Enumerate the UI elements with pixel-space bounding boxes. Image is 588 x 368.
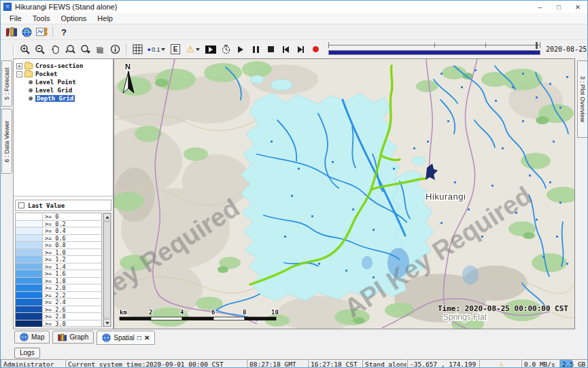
layers-icon[interactable] [92,43,107,56]
legend-swatch [16,284,43,291]
threshold-dot-icon: ● [148,46,151,53]
zoom-previous-icon[interactable] [63,43,77,56]
status-local-time: 16:27:18 CST [308,359,362,368]
tab-spatial[interactable]: Spatial □ ✕ [97,331,155,345]
legend-swatch [16,227,43,234]
collapse-icon[interactable]: - [16,71,22,77]
time-slider[interactable] [328,42,540,57]
menu-help[interactable]: Help [92,14,118,23]
tree-item-level-point[interactable]: Level Point [14,78,113,86]
close-button[interactable]: ✕ [568,1,587,13]
legend-row[interactable]: >= 1.4 [16,263,101,271]
warning-dropdown[interactable]: ⚠ [183,43,203,56]
legend-row[interactable]: >= 0 [16,213,101,221]
globe-icon [20,333,29,342]
skip-start-button[interactable] [278,43,293,56]
scroll-down-icon[interactable] [103,319,111,327]
legend-row[interactable]: >= 2.2 [16,292,101,299]
zoom-in-icon[interactable] [18,43,33,56]
menu-tools[interactable]: Tools [28,14,55,23]
status-warning[interactable]: ⚠ [479,359,521,368]
record-button[interactable] [308,43,323,56]
title-bar[interactable]: ≈ Hikurangi FEWS (Stand alone) – □ ✕ [1,1,587,13]
tab-data-viewer[interactable]: 6 : Data Viewer [1,109,12,174]
bar-chart-icon [58,333,67,342]
logs-button[interactable]: Logs [14,348,40,358]
toolbar-grip[interactable] [13,43,15,56]
tree-item-label: Cross-section [35,62,83,69]
info-icon[interactable] [107,43,122,56]
legend-row[interactable]: >= 0.4 [16,227,101,235]
tab-graph[interactable]: Graph [52,331,94,344]
tab-maximize-icon[interactable]: □ [137,334,141,342]
tab-forecast[interactable]: 5 : Forecast [1,60,12,107]
pan-hand-icon[interactable] [48,43,63,56]
legend-swatch [16,263,43,270]
animation-settings-icon[interactable] [218,43,233,56]
legend-row[interactable]: >= 0.8 [16,242,101,249]
menu-options[interactable]: Options [56,14,91,23]
legend-row[interactable]: >= 2.0 [16,284,101,292]
tab-spatial-label: Spatial [114,334,135,342]
globe-icon[interactable] [19,25,34,39]
svg-text:2: 2 [149,309,152,316]
zoom-out-icon[interactable] [33,43,48,56]
help-icon[interactable]: ? [56,25,71,39]
play-button[interactable] [233,43,248,56]
maximize-button[interactable]: □ [549,1,568,13]
legend-row[interactable]: >= 2.4 [16,299,101,306]
checkbox-icon[interactable] [18,202,24,208]
animation-movie-icon[interactable] [203,43,218,56]
minimize-button[interactable]: – [530,1,549,13]
tree-item-cross-section[interactable]: + Cross-section [14,62,113,70]
legend-swatch [16,270,43,277]
node-bullet-icon [29,80,33,84]
node-bullet-icon [29,88,33,92]
tree-item-label-selected: Depth Grid [35,95,75,102]
zoom-next-icon[interactable] [77,43,92,56]
scroll-up-icon[interactable] [103,213,111,221]
last-value-toggle[interactable]: Last Value [15,200,111,211]
tree-item-label: Level Grid [35,87,72,94]
document-tab-bar: Map Graph Spatial □ ✕ [1,329,587,346]
spatial-map[interactable]: API Key Required API Key Required Hikura… [114,58,575,329]
legend-row[interactable]: >= 2.6 [16,306,101,314]
status-mode: Stand alone [362,359,407,368]
legend-row[interactable]: >= 1.6 [16,270,101,278]
menu-file[interactable]: File [5,14,27,23]
main-toolbar: ? [1,24,587,39]
legend-panel: Last Value >= 0 >= 0.2 >= 0.4 >= 0.6 >= … [14,198,113,329]
time-span-bar [328,50,540,55]
database-icon[interactable] [4,25,19,39]
tree-item-pocket[interactable]: - Pocket [14,70,113,78]
import-chart-icon[interactable] [34,25,49,39]
pause-button[interactable] [248,43,263,56]
tab-close-icon[interactable]: ✕ [144,334,150,342]
tab-map[interactable]: Map [14,331,50,344]
time-slider-handle[interactable] [536,42,538,49]
tab-plot-overview[interactable]: 3 : Plot Overview [577,60,588,138]
scrollbar-thumb[interactable] [103,221,111,318]
stop-button[interactable] [263,43,278,56]
tree-item-level-grid[interactable]: Level Grid [14,86,113,94]
legend-row[interactable]: >= 3.0 [16,320,101,328]
legend-row[interactable]: >= 1.0 [16,249,101,257]
status-user: Administrator [1,359,65,368]
label-toggle-button[interactable]: E [168,43,183,56]
skip-end-button[interactable] [293,43,308,56]
tree-item-depth-grid[interactable]: Depth Grid [14,94,113,103]
legend-row[interactable]: >= 1.2 [16,256,101,263]
threshold-dropdown[interactable]: ● 0.1 [145,43,168,56]
legend-row[interactable]: >= 0.6 [16,235,101,242]
legend-header-label: Last Value [28,202,65,209]
expand-icon[interactable]: + [16,63,22,69]
legend-row[interactable]: >= 0.2 [16,221,101,228]
grid-icon[interactable] [130,43,145,56]
legend-scrollbar[interactable] [103,213,111,327]
toolbar-separator [52,26,53,37]
status-transfer-rate: 0.0 MB/s [521,359,559,368]
legend-row[interactable]: >= 2.8 [16,313,101,320]
svg-text:10: 10 [271,309,279,316]
map-canvas[interactable]: API Key Required API Key Required Hikura… [114,59,575,329]
legend-row[interactable]: >= 1.8 [16,278,101,285]
